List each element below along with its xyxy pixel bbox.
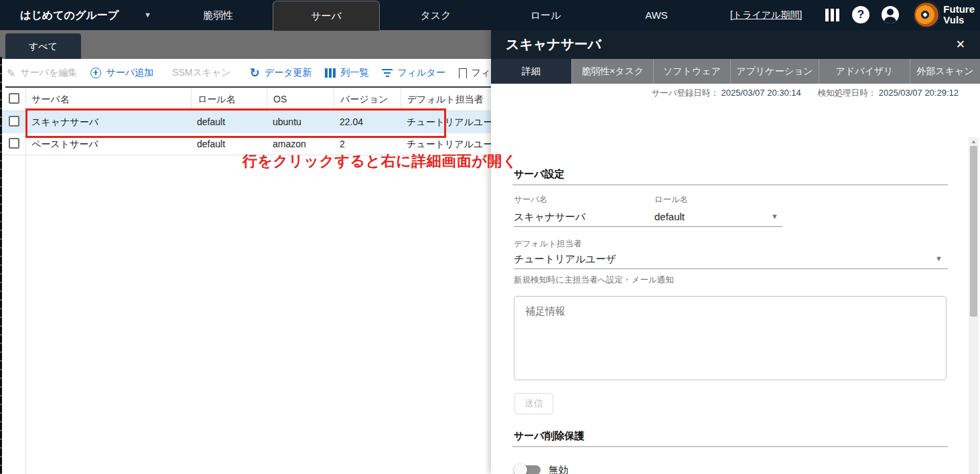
help-icon[interactable]: ? bbox=[852, 6, 869, 23]
row-checkbox[interactable] bbox=[9, 138, 19, 149]
column-list-button[interactable]: 列一覧 bbox=[325, 67, 368, 79]
assignee-hint-text: 新規検知時に主担当者へ設定・メール通知 bbox=[514, 274, 674, 286]
group-selector[interactable]: はじめてのグループ bbox=[20, 0, 119, 30]
default-assignee-select[interactable]: チュートリアルユーザ bbox=[514, 253, 616, 266]
server-name-underline bbox=[514, 226, 658, 227]
scrollbar-thumb[interactable] bbox=[970, 146, 977, 317]
cell-server-name: スキャナサーバ bbox=[25, 111, 191, 133]
futurevuls-logo-text: Future Vuls bbox=[943, 4, 975, 25]
cell-default-assignee: チュートリアルユーザ bbox=[401, 111, 491, 133]
memo-textarea[interactable] bbox=[514, 296, 947, 380]
column-header-server-name[interactable]: サーバ名 bbox=[25, 88, 191, 111]
panel-header: スキャナサーバ ✕ bbox=[491, 30, 980, 59]
cell-role-name: default bbox=[191, 111, 267, 133]
timestamps: サーバ登録日時： 2025/03/07 20:30:14 検知処理日時： 202… bbox=[651, 88, 959, 99]
assignee-underline bbox=[514, 268, 948, 269]
panel-tab-bar: 詳細 脆弱性×タスク ソフトウェア アプリケーション アドバイザリ 外部スキャン bbox=[491, 59, 980, 84]
panel-tab-application[interactable]: アプリケーション bbox=[730, 59, 819, 84]
column-header-role-name[interactable]: ロール名 bbox=[191, 88, 267, 111]
section-divider bbox=[512, 184, 948, 185]
panel-body: サーバ登録日時： 2025/03/07 20:30:14 検知処理日時： 202… bbox=[491, 84, 980, 474]
nav-tab-task[interactable]: タスク bbox=[407, 0, 464, 30]
chevron-down-icon[interactable]: ▼ bbox=[771, 212, 778, 220]
row-checkbox[interactable] bbox=[9, 116, 19, 127]
section-heading-delete-protection: サーバ削除保護 bbox=[514, 430, 585, 443]
menu-bars-icon[interactable] bbox=[825, 9, 840, 21]
delete-protection-toggle[interactable] bbox=[515, 463, 541, 474]
trial-period-link[interactable]: [トライアル期間] bbox=[730, 0, 802, 30]
panel-tab-software[interactable]: ソフトウェア bbox=[653, 59, 730, 84]
cell-version: 22.04 bbox=[334, 111, 401, 133]
bookmark-icon bbox=[459, 68, 467, 78]
panel-tab-external-scan[interactable]: 外部スキャン bbox=[910, 59, 980, 84]
nav-tab-aws[interactable]: AWS bbox=[633, 0, 680, 30]
checkbox-column-divider bbox=[25, 88, 26, 474]
panel-tab-advisory[interactable]: アドバイザリ bbox=[819, 59, 910, 84]
column-header-default-assignee[interactable]: デフォルト担当者 bbox=[401, 88, 491, 111]
annotation-text: 行をクリックすると右に詳細画面が開く bbox=[242, 151, 518, 171]
detected-label: 検知処理日時： bbox=[818, 88, 877, 98]
add-server-button[interactable]: サーバ追加 bbox=[90, 67, 153, 79]
top-nav: はじめてのグループ ▼ 脆弱性 サーバ タスク ロール AWS [トライアル期間… bbox=[0, 0, 980, 30]
user-account-icon[interactable] bbox=[882, 6, 899, 23]
nav-tab-vulnerability[interactable]: 脆弱性 bbox=[190, 0, 247, 30]
chevron-down-icon[interactable]: ▼ bbox=[935, 254, 942, 262]
panel-tab-vuln-task[interactable]: 脆弱性×タスク bbox=[571, 59, 653, 84]
nav-tab-role[interactable]: ロール bbox=[517, 0, 574, 30]
refresh-icon: ↻ bbox=[250, 68, 260, 78]
pencil-icon: ✎ bbox=[7, 67, 15, 80]
role-name-label: ロール名 bbox=[654, 194, 689, 206]
table-row-scanner-server[interactable]: スキャナサーバ default ubuntu 22.04 チュートリアルユーザ bbox=[0, 111, 491, 133]
column-header-version[interactable]: バージョン bbox=[334, 88, 401, 111]
toggle-state-label: 無効 bbox=[549, 464, 568, 474]
role-underline bbox=[654, 226, 782, 227]
filter-button[interactable]: フィルター bbox=[382, 67, 445, 79]
refresh-data-button[interactable]: ↻ データ更新 bbox=[250, 67, 312, 79]
registered-label: サーバ登録日時： bbox=[651, 88, 719, 98]
registered-value: 2025/03/07 20:30:14 bbox=[721, 88, 800, 98]
columns-icon bbox=[325, 68, 336, 78]
panel-tab-detail[interactable]: 詳細 bbox=[491, 59, 571, 84]
futurevuls-logo-icon bbox=[913, 1, 940, 28]
server-name-label: サーバ名 bbox=[514, 194, 548, 206]
panel-title: スキャナサーバ bbox=[506, 30, 602, 59]
ssm-scan-button[interactable]: SSMスキャン bbox=[172, 67, 231, 79]
group-tab-strip: すべて bbox=[0, 30, 491, 59]
table-header-row: サーバ名 ロール名 OS バージョン デフォルト担当者 bbox=[0, 88, 491, 111]
nav-tab-server[interactable]: サーバ bbox=[273, 1, 380, 31]
window-left-edge bbox=[0, 57, 2, 474]
edit-server-button[interactable]: ✎ サーバを編集 bbox=[7, 67, 77, 80]
filter-icon bbox=[382, 69, 393, 77]
server-name-input[interactable]: スキャナサーバ bbox=[514, 211, 585, 224]
server-toolbar: ✎ サーバを編集 サーバ追加 SSMスキャン ↻ データ更新 列一覧 フィルター… bbox=[0, 59, 491, 87]
chevron-down-icon[interactable]: ▼ bbox=[144, 0, 151, 30]
detected-value: 2025/03/07 20:29:12 bbox=[879, 88, 959, 98]
futurevuls-logo: Future Vuls bbox=[913, 1, 975, 28]
close-icon[interactable]: ✕ bbox=[956, 30, 965, 59]
tab-all-servers[interactable]: すべて bbox=[5, 33, 81, 59]
submit-button[interactable]: 送信 bbox=[514, 393, 553, 414]
plus-circle-icon bbox=[90, 68, 101, 78]
server-detail-panel: スキャナサーバ ✕ 詳細 脆弱性×タスク ソフトウェア アプリケーション アドバ… bbox=[491, 30, 980, 474]
cell-os: ubuntu bbox=[267, 111, 334, 133]
default-assignee-label: デフォルト担当者 bbox=[514, 238, 581, 250]
select-all-checkbox[interactable] bbox=[9, 93, 19, 104]
column-header-os[interactable]: OS bbox=[267, 88, 334, 111]
section-divider bbox=[512, 446, 948, 447]
section-heading-server-settings: サーバ設定 bbox=[514, 168, 565, 181]
cell-server-name: ペーストサーバ bbox=[25, 133, 191, 155]
role-select[interactable]: default bbox=[654, 211, 685, 222]
toggle-knob bbox=[514, 463, 527, 474]
scrollbar-up-icon[interactable]: ▲ bbox=[969, 139, 979, 145]
panel-scrollbar[interactable]: ▲ bbox=[969, 137, 979, 474]
